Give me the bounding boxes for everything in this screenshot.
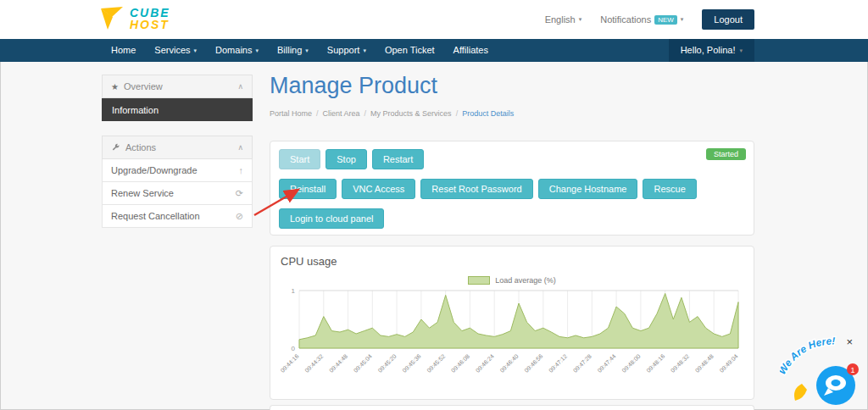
svg-text:09:45:04: 09:45:04 <box>353 353 373 374</box>
breadcrumb-separator: / <box>456 109 459 118</box>
page-title: Manage Product <box>270 73 437 99</box>
svg-text:09:46:40: 09:46:40 <box>498 353 519 374</box>
svg-text:09:44:16: 09:44:16 <box>281 353 300 374</box>
cancel-icon: ⊘ <box>236 211 243 222</box>
svg-text:09:44:32: 09:44:32 <box>303 353 324 374</box>
breadcrumb-client-area[interactable]: Client Area <box>323 109 360 118</box>
notifications-menu[interactable]: Notifications NEW ▾ <box>600 14 683 25</box>
breadcrumb-product-details[interactable]: Product Details <box>462 109 514 118</box>
language-selector[interactable]: English ▾ <box>545 14 582 25</box>
logo-icon <box>100 6 125 31</box>
svg-text:09:47:28: 09:47:28 <box>572 353 593 374</box>
svg-text:09:45:20: 09:45:20 <box>377 353 398 374</box>
logo-text: CUBE HOST <box>130 7 170 30</box>
svg-text:09:48:00: 09:48:00 <box>620 353 641 374</box>
svg-text:09:47:12: 09:47:12 <box>548 353 568 374</box>
panel-button-row: Login to cloud panel <box>279 208 745 229</box>
restart-button[interactable]: Restart <box>372 149 424 169</box>
cpu-usage-title: CPU usage <box>281 255 743 268</box>
nav-item-open-ticket[interactable]: Open Ticket <box>376 39 444 62</box>
rescue-button[interactable]: Rescue <box>643 179 696 199</box>
chevron-down-icon: ▾ <box>579 16 582 23</box>
greeting-label: Hello, Polina! <box>681 39 736 62</box>
logout-button[interactable]: Logout <box>702 9 754 30</box>
legend-label: Load average (%) <box>495 276 556 285</box>
actions-title: Actions <box>125 142 156 152</box>
logo-cube: CUBE <box>130 7 170 19</box>
svg-text:09:48:16: 09:48:16 <box>645 353 665 374</box>
svg-text:09:45:36: 09:45:36 <box>401 353 421 374</box>
breadcrumb-portal-home[interactable]: Portal Home <box>270 109 312 118</box>
reset-root-password-button[interactable]: Reset Root Password <box>420 179 532 199</box>
svg-text:09:45:52: 09:45:52 <box>426 353 446 374</box>
logo[interactable]: CUBE HOST <box>100 6 170 31</box>
svg-text:09:47:44: 09:47:44 <box>597 353 617 374</box>
chart-legend: Load average (%) <box>281 275 743 285</box>
nav-item-support[interactable]: Support▾ <box>318 39 376 62</box>
svg-text:0: 0 <box>292 345 296 352</box>
chevron-up-icon: ∧ <box>237 82 243 91</box>
product-controls-card: Started Start Stop Restart Reinstall VNC… <box>270 141 754 235</box>
vnc-access-button[interactable]: VNC Access <box>342 179 415 199</box>
breadcrumb-separator: / <box>364 109 367 118</box>
chevron-up-icon: ∧ <box>237 143 243 152</box>
header-right: English ▾ Notifications NEW ▾ Logout <box>545 0 754 39</box>
legend-swatch <box>468 276 490 285</box>
chat-widget: × We Are Here! 1 <box>780 335 865 407</box>
annotation-arrow <box>249 181 310 220</box>
next-card-edge <box>270 405 754 410</box>
svg-text:09:46:24: 09:46:24 <box>475 353 495 374</box>
overview-title: Overview <box>124 81 163 91</box>
chat-close-icon[interactable]: × <box>846 338 853 346</box>
svg-text:09:48:32: 09:48:32 <box>670 353 690 374</box>
overview-panel-header[interactable]: ★ Overview ∧ <box>102 75 253 98</box>
sidebar-item-upgrade-downgrade[interactable]: Upgrade/Downgrade ↑ <box>102 159 253 182</box>
nav-item-services[interactable]: Services▾ <box>145 39 206 62</box>
nav-item-home[interactable]: Home <box>102 39 145 62</box>
page: CUBE HOST English ▾ Notifications NEW ▾ … <box>0 0 868 410</box>
nav-item-domains[interactable]: Domains▾ <box>206 39 268 62</box>
star-icon: ★ <box>111 82 119 91</box>
main-nav: Home Services▾ Domains▾ Billing▾ Support… <box>0 39 868 62</box>
svg-text:09:48:48: 09:48:48 <box>694 353 715 374</box>
wrench-icon <box>111 143 120 152</box>
sidebar-item-request-cancellation[interactable]: Request Cancellation ⊘ <box>102 205 253 228</box>
status-badge: Started <box>706 148 746 160</box>
language-label: English <box>545 14 576 25</box>
breadcrumb-separator: / <box>316 109 319 118</box>
nav-item-billing[interactable]: Billing▾ <box>268 39 318 62</box>
management-button-row: Reinstall VNC Access Reset Root Password… <box>279 179 745 199</box>
chevron-down-icon: ▾ <box>363 39 366 62</box>
stop-button[interactable]: Stop <box>326 149 367 169</box>
notifications-label: Notifications <box>600 14 651 25</box>
chevron-down-icon: ▾ <box>305 39 309 62</box>
nav-item-affiliates[interactable]: Affiliates <box>444 39 498 62</box>
sidebar: ★ Overview ∧ Information Actions ∧ Upgra… <box>102 75 253 228</box>
chat-badge-count: 1 <box>850 366 854 374</box>
actions-panel-header[interactable]: Actions ∧ <box>102 136 253 159</box>
breadcrumb-my-products[interactable]: My Products & Services <box>370 109 452 118</box>
chevron-down-icon: ▾ <box>739 39 743 62</box>
chat-hand-graphic <box>794 384 807 401</box>
upgrade-icon: ↑ <box>239 165 244 175</box>
svg-text:1: 1 <box>292 287 296 295</box>
svg-text:09:49:04: 09:49:04 <box>718 353 738 374</box>
cpu-usage-chart: 0109:44:1609:44:3209:44:4809:45:0409:45:… <box>281 285 745 396</box>
sidebar-item-information[interactable]: Information <box>102 98 253 121</box>
power-button-row: Start Stop Restart <box>279 149 745 169</box>
cpu-usage-card: CPU usage Load average (%) 0109:44:1609:… <box>270 246 754 400</box>
start-button[interactable]: Start <box>279 149 320 169</box>
actions-panel: Actions ∧ Upgrade/Downgrade ↑ Renew Serv… <box>102 136 253 228</box>
chevron-down-icon: ▾ <box>681 16 684 23</box>
top-header: CUBE HOST English ▾ Notifications NEW ▾ … <box>0 0 868 39</box>
chevron-down-icon: ▾ <box>194 39 198 62</box>
renew-icon: ⟳ <box>236 188 243 199</box>
sidebar-item-renew-service[interactable]: Renew Service ⟳ <box>102 182 253 205</box>
chevron-down-icon: ▾ <box>255 39 259 62</box>
user-menu[interactable]: Hello, Polina!▾ <box>669 39 754 62</box>
new-badge: NEW <box>654 15 677 25</box>
breadcrumb: Portal Home/Client Area/My Products & Se… <box>270 109 514 118</box>
svg-text:09:44:48: 09:44:48 <box>328 353 348 374</box>
svg-text:09:46:56: 09:46:56 <box>523 353 543 374</box>
change-hostname-button[interactable]: Change Hostname <box>538 179 638 199</box>
